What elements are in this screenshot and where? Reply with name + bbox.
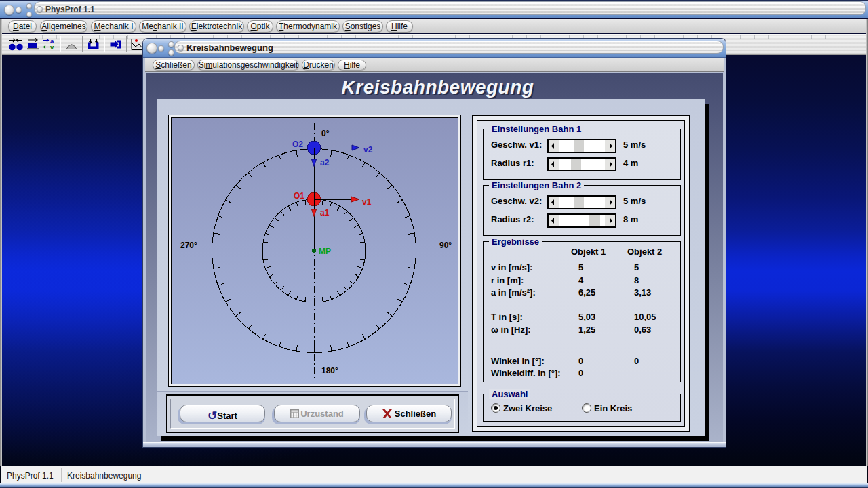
svg-text:O2: O2 [292, 140, 303, 149]
svg-text:180°: 180° [321, 366, 338, 375]
svg-text:a1: a1 [320, 208, 330, 218]
svg-text:v: v [50, 43, 54, 51]
svg-text:a2: a2 [320, 158, 330, 167]
svg-text:270°: 270° [180, 241, 197, 250]
svg-text:90°: 90° [439, 241, 452, 250]
svg-text:O1: O1 [294, 191, 304, 201]
svg-text:0°: 0° [321, 129, 330, 138]
svg-text:v1: v1 [362, 197, 372, 207]
svg-text:v2: v2 [363, 145, 373, 155]
svg-text:MP: MP [319, 247, 331, 256]
